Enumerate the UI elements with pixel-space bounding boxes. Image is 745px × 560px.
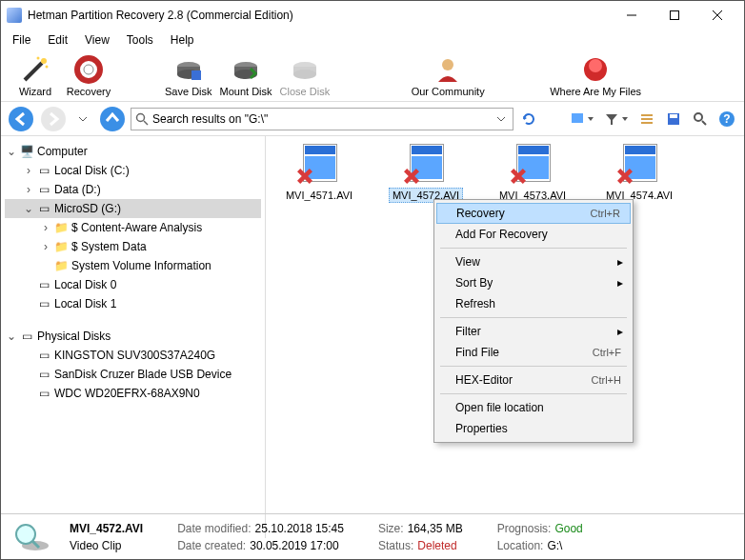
address-input[interactable] [152, 112, 490, 126]
ctx-view[interactable]: View▸ [436, 251, 631, 272]
menu-tools[interactable]: Tools [119, 31, 161, 49]
ctx-properties[interactable]: Properties [436, 418, 631, 439]
menu-help[interactable]: Help [163, 31, 202, 49]
save-disk-label: Save Disk [165, 86, 212, 97]
forward-button[interactable] [39, 105, 68, 133]
expand-icon[interactable]: › [39, 240, 52, 253]
svg-point-22 [589, 59, 602, 72]
menu-file[interactable]: File [5, 31, 38, 49]
ctx-refresh[interactable]: Refresh [436, 293, 631, 314]
menu-bar: File Edit View Tools Help [1, 30, 744, 50]
recovery-button[interactable]: Recovery [62, 54, 115, 97]
submenu-arrow-icon: ▸ [617, 325, 623, 338]
nav-bar: ? [1, 102, 744, 136]
submenu-arrow-icon: ▸ [617, 276, 623, 290]
file-item[interactable]: MVI_4573.AVI [489, 144, 576, 203]
mount-disk-button[interactable]: Mount Disk [216, 54, 276, 97]
view-mode-button[interactable] [567, 108, 597, 130]
tree-computer[interactable]: ⌄🖥️Computer [5, 142, 261, 161]
file-item[interactable]: MVI_4571.AVI [275, 144, 363, 203]
svg-point-23 [9, 107, 33, 131]
save-disk-button[interactable]: Save Disk [161, 54, 216, 97]
collapse-icon[interactable]: ⌄ [22, 202, 35, 215]
menu-edit[interactable]: Edit [40, 31, 75, 49]
status-created-label: Date created: [177, 539, 246, 552]
ctx-hex-editor[interactable]: HEX-EditorCtrl+H [436, 370, 631, 390]
folder-icon: 📁 [52, 258, 70, 273]
drive-icon: ▭ [35, 296, 52, 311]
ctx-open-file-location[interactable]: Open file location [436, 397, 631, 418]
svg-rect-30 [641, 118, 653, 120]
svg-point-6 [37, 57, 40, 60]
collapse-icon[interactable]: ⌄ [5, 330, 18, 343]
search-icon [135, 112, 149, 126]
svg-rect-31 [641, 122, 653, 124]
svg-line-27 [144, 121, 148, 125]
folder-icon: 📁 [52, 220, 70, 235]
separator [440, 393, 627, 394]
tree-data-d[interactable]: ›▭Data (D:) [5, 180, 261, 199]
address-bar[interactable] [131, 108, 513, 130]
tree-svi[interactable]: 📁System Volume Information [5, 256, 261, 275]
ctx-filter[interactable]: Filter▸ [436, 321, 631, 342]
svg-rect-13 [191, 70, 201, 80]
svg-point-9 [84, 65, 93, 74]
status-type: Video Clip [70, 539, 121, 552]
tree-local-disk-0[interactable]: ▭Local Disk 0 [5, 275, 261, 294]
ctx-recovery[interactable]: RecoveryCtrl+R [436, 203, 631, 224]
ctx-sort-by[interactable]: Sort By▸ [436, 272, 631, 293]
maximize-button[interactable] [653, 2, 695, 29]
refresh-button[interactable] [517, 108, 540, 130]
mount-disk-label: Mount Disk [220, 86, 272, 97]
where-button[interactable]: Where Are My Files [543, 54, 648, 97]
disk-save-icon [173, 54, 204, 85]
ctx-find-file[interactable]: Find FileCtrl+F [436, 342, 631, 363]
tree-local-disk-1[interactable]: ▭Local Disk 1 [5, 294, 261, 313]
toolbar: Wizard Recovery Save Disk Mount Disk Clo… [1, 50, 744, 102]
tree-content-aware[interactable]: ›📁$ Content-Aware Analysis [5, 218, 261, 237]
community-button[interactable]: Our Community [400, 54, 495, 97]
expand-icon[interactable]: › [22, 164, 35, 177]
submenu-arrow-icon: ▸ [617, 255, 623, 269]
status-size-label: Size: [378, 522, 404, 535]
save-config-button[interactable] [662, 108, 685, 130]
wizard-button[interactable]: Wizard [9, 54, 62, 97]
svg-point-24 [41, 107, 66, 131]
svg-point-7 [46, 66, 49, 69]
filter-button[interactable] [601, 108, 632, 130]
close-disk-label: Close Disk [280, 86, 331, 97]
tree-panel[interactable]: ⌄🖥️Computer ›▭Local Disk (C:) ›▭Data (D:… [1, 136, 266, 538]
file-item[interactable]: MVI_4574.AVI [595, 144, 683, 203]
tree-wdc[interactable]: ▭WDC WD20EFRX-68AX9N0 [5, 384, 261, 403]
collapse-icon[interactable]: ⌄ [5, 145, 18, 158]
menu-view[interactable]: View [77, 31, 117, 49]
status-bar: MVI_4572.AVI Video Clip Date modified:25… [1, 513, 744, 559]
expand-icon[interactable]: › [22, 183, 35, 196]
help-button[interactable]: ? [715, 108, 738, 130]
disk-icon: ▭ [35, 367, 52, 382]
up-button[interactable] [98, 105, 127, 133]
expand-icon[interactable]: › [39, 221, 52, 234]
file-item-selected[interactable]: MVI_4572.AVI [382, 144, 470, 203]
search-button[interactable] [689, 108, 712, 130]
tree-kingston[interactable]: ▭KINGSTON SUV300S37A240G [5, 346, 261, 365]
address-dropdown[interactable] [493, 114, 509, 124]
disk-icon: ▭ [35, 386, 52, 401]
status-location-value: G:\ [547, 539, 562, 552]
ctx-add-for-recovery[interactable]: Add For Recovery [436, 224, 631, 245]
nav-history-dropdown[interactable] [71, 108, 94, 130]
tree-sandisk[interactable]: ▭SanDisk Cruzer Blade USB Device [5, 365, 261, 384]
svg-point-5 [41, 58, 47, 64]
back-button[interactable] [7, 105, 35, 133]
tree-physical-disks[interactable]: ⌄▭Physical Disks [5, 327, 261, 346]
magnifier-drive-icon [10, 520, 52, 554]
tree-system-data[interactable]: ›📁$ System Data [5, 237, 261, 256]
window-title: Hetman Partition Recovery 2.8 (Commercia… [28, 9, 610, 22]
tree-local-c[interactable]: ›▭Local Disk (C:) [5, 161, 261, 180]
options-button[interactable] [635, 108, 658, 130]
wand-icon [20, 54, 50, 85]
close-button[interactable] [695, 2, 738, 29]
tree-microsd[interactable]: ⌄▭MicroSD (G:) [5, 199, 261, 218]
minimize-button[interactable] [610, 2, 653, 29]
video-file-deleted-icon [509, 144, 556, 184]
